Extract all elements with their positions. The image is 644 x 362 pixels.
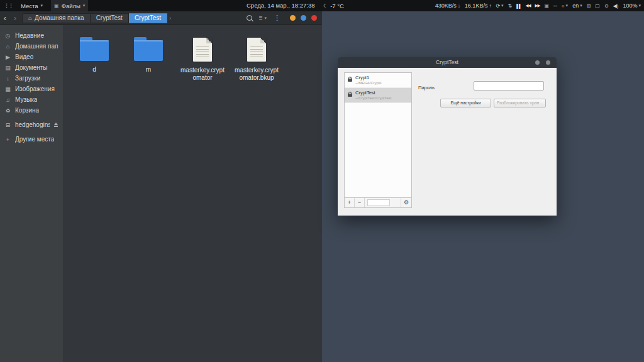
top-panel-right: 430KB/s ↓ 16.1KB/s ↑ ⟳ ▾ ⇅ ▌▌ ◀◀ ▶▶ ▣ ▫▫… xyxy=(435,0,641,11)
close-button[interactable] xyxy=(546,60,550,65)
screenshot-tool-icon[interactable]: ▣ xyxy=(545,3,550,9)
sidebar-item-videos[interactable]: ▶ Видео xyxy=(0,52,63,62)
sidebar-item-pictures[interactable]: ▦ Изображения xyxy=(0,84,63,94)
breadcrumb-current-label: CryptTest xyxy=(135,14,161,21)
more-settings-button[interactable]: Ещё настройки xyxy=(440,99,491,107)
search-icon[interactable] xyxy=(247,15,252,21)
sidebar-item-recent[interactable]: ◷ Недавние xyxy=(0,30,63,41)
sidebar-item-music[interactable]: ♫ Музыка xyxy=(0,94,63,105)
unlock-vault-button[interactable]: Разблокировать хран... xyxy=(494,99,546,107)
sidebar-item-label: Недавние xyxy=(15,32,44,39)
sidebar-item-other-locations[interactable]: + Другие места xyxy=(0,134,63,145)
clock[interactable]: Среда, 14 мар., 18:27:38 xyxy=(247,0,315,11)
pictures-icon: ▦ xyxy=(4,86,11,92)
breadcrumb-parent-label: CryptTest xyxy=(96,14,123,21)
view-toggle-button[interactable]: ≡ ▾ xyxy=(259,14,267,21)
cryptomator-titlebar[interactable]: CryptTest xyxy=(338,57,557,68)
sidebar-item-label: Музыка xyxy=(15,96,37,103)
places-menu[interactable]: Места ▾ xyxy=(18,0,46,11)
tray-apps-icon[interactable]: ▫▫ xyxy=(553,3,557,9)
network-download-indicator[interactable]: 430KB/s ↓ xyxy=(435,3,460,9)
eject-icon[interactable] xyxy=(53,123,58,127)
chevron-down-icon: ▾ xyxy=(41,3,43,8)
list-view-icon: ≡ xyxy=(259,14,263,21)
forward-button[interactable]: › xyxy=(10,12,20,25)
headerbar-actions: ≡ ▾ ⋮ xyxy=(247,14,322,22)
breadcrumb-parent[interactable]: CryptTest xyxy=(91,13,129,23)
back-button[interactable]: ‹ xyxy=(0,12,10,25)
speaker-icon[interactable]: ◀) xyxy=(613,3,619,9)
media-pause-button[interactable]: ▌▌ xyxy=(516,4,521,8)
sidebar-item-mounted-drive[interactable]: ⊟ hedgehoginsp... xyxy=(0,119,63,130)
close-button[interactable] xyxy=(311,15,317,21)
vault-path: ~/CryptTest/CryptTest xyxy=(355,96,409,101)
weather-widget[interactable]: ☾ -7 °C xyxy=(323,0,344,11)
vault-item-crypt1[interactable]: Crypt1 ~/MEGA/Crypt1 xyxy=(345,73,411,88)
document-icon xyxy=(193,38,212,62)
sidebar-item-label: Другие места xyxy=(15,136,54,143)
window-menu-button[interactable]: ⋮ xyxy=(274,14,280,22)
display-settings-icon[interactable]: ▢ xyxy=(595,3,600,9)
file-item-folder-m[interactable]: m xyxy=(126,34,171,74)
keyboard-layout-label: en xyxy=(572,3,579,9)
top-panel-left: ⋮⋮ Места ▾ ▣ Файлы ▾ xyxy=(4,0,88,11)
sync-updown-icon[interactable]: ⇅ xyxy=(508,3,513,9)
cryptomator-window: CryptTest Crypt1 ~/MEGA/Crypt1 CryptTest… xyxy=(338,57,557,216)
file-item-masterkey[interactable]: masterkey.cryptomator xyxy=(180,34,225,82)
places-menu-label: Места xyxy=(21,3,38,9)
chevron-down-icon: ▾ xyxy=(501,3,504,8)
lock-icon xyxy=(348,94,352,97)
sidebar-item-label: hedgehoginsp... xyxy=(15,121,50,128)
drive-icon: ⊟ xyxy=(4,122,11,128)
volume-indicator[interactable]: 100% ▾ xyxy=(623,3,641,9)
file-item-folder-d[interactable]: d xyxy=(72,34,117,74)
recent-icon: ◷ xyxy=(4,33,11,39)
minimize-button[interactable] xyxy=(290,15,296,21)
folder-icon xyxy=(80,40,109,61)
sidebar-item-home[interactable]: ⌂ Домашняя папка xyxy=(0,41,63,52)
minimize-button[interactable] xyxy=(535,60,540,65)
window-title: CryptTest xyxy=(338,57,557,68)
temperature-label: -7 °C xyxy=(330,3,344,9)
network-upload-indicator[interactable]: 16.1KB/s ↑ xyxy=(465,3,492,9)
remove-vault-button[interactable]: − xyxy=(355,198,365,207)
sidebar-item-label: Домашняя папка xyxy=(15,43,58,50)
vault-list-toolbar: + − ⚙ xyxy=(344,198,412,208)
files-view: d m masterkey.cryptomator masterkey.cryp… xyxy=(63,25,322,362)
media-next-button[interactable]: ▶▶ xyxy=(535,3,540,8)
sidebar-item-label: Корзина xyxy=(15,107,39,114)
net-down-value: 430KB/s xyxy=(435,3,457,9)
breadcrumb-home[interactable]: ⌂ Домашняя папка xyxy=(22,13,91,23)
add-vault-button[interactable]: + xyxy=(345,198,355,207)
lock-icon xyxy=(348,79,352,82)
keyring-icon[interactable]: ⊙ xyxy=(604,3,609,9)
sidebar-item-documents[interactable]: ▤ Документы xyxy=(0,62,63,73)
sidebar-item-label: Документы xyxy=(15,64,48,71)
file-item-masterkey-bkup[interactable]: masterkey.cryptomator.bkup xyxy=(234,34,279,82)
breadcrumb-current[interactable]: CryptTest xyxy=(129,13,167,23)
sidebar-item-downloads[interactable]: ↓ Загрузки xyxy=(0,73,63,84)
maximize-button[interactable] xyxy=(301,15,306,21)
chevron-down-icon: ▾ xyxy=(638,3,641,8)
plus-icon: + xyxy=(4,136,11,143)
breadcrumb: ⌂ Домашняя папка CryptTest CryptTest › xyxy=(22,13,171,23)
gear-icon[interactable]: ⚙ xyxy=(401,198,411,207)
refresh-indicator[interactable]: ⟳ ▾ xyxy=(496,3,503,9)
chevron-down-icon: ▾ xyxy=(580,3,582,8)
keyboard-layout-indicator[interactable]: en ▾ xyxy=(572,3,582,9)
status-circle-icon: ○ xyxy=(562,3,565,9)
vault-path: ~/MEGA/Crypt1 xyxy=(355,80,409,85)
downloads-icon: ↓ xyxy=(4,75,11,82)
file-name: m xyxy=(126,66,171,74)
vault-item-crypttest[interactable]: CryptTest ~/CryptTest/CryptTest xyxy=(345,88,411,103)
net-up-value: 16.1KB/s xyxy=(465,3,488,9)
status-indicator[interactable]: ○ ▾ xyxy=(562,3,568,9)
files-sidebar: ◷ Недавние ⌂ Домашняя папка ▶ Видео ▤ До… xyxy=(0,25,63,362)
password-input[interactable] xyxy=(474,81,544,90)
sidebar-item-trash[interactable]: ♻ Корзина xyxy=(0,105,63,116)
media-previous-button[interactable]: ◀◀ xyxy=(526,3,531,8)
applications-grid-icon[interactable]: ⋮⋮ xyxy=(4,3,13,9)
files-app-menu[interactable]: ▣ Файлы ▾ xyxy=(51,0,88,11)
workspace-grid-icon[interactable]: ⊞ xyxy=(587,3,591,9)
chevron-down-icon: ▾ xyxy=(264,16,267,21)
